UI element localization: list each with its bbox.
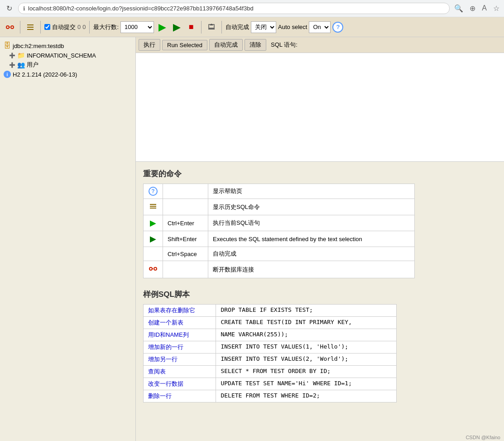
sidebar-item-users[interactable]: ➕ 👥 用户 xyxy=(2,60,134,70)
autoselect-label: Auto select xyxy=(278,24,307,30)
svg-rect-11 xyxy=(150,208,156,208)
cmd-icon-help[interactable]: ? xyxy=(144,184,163,199)
sample-link-2[interactable]: 用ID和NAME列 xyxy=(148,331,189,338)
refresh-button[interactable]: ↻ xyxy=(5,4,14,13)
security-icon: ℹ xyxy=(23,5,25,12)
sample-sql-title: 样例SQL脚本 xyxy=(143,289,497,300)
export-button[interactable] xyxy=(205,21,218,34)
cmd-icon-autocomplete xyxy=(144,247,163,261)
run-selected-button[interactable]: ▶ xyxy=(170,21,183,34)
disconnect-cmd-icon xyxy=(148,264,158,274)
bookmark-icon[interactable]: ☆ xyxy=(493,4,499,13)
main-toolbar: 自动提交 0 0 最大行数: 1000 10000 100000 ▶ ▶ ■ 自… xyxy=(0,17,504,37)
run-selected-icon: ▶ xyxy=(173,21,181,33)
run-button[interactable]: ▶ xyxy=(156,21,168,34)
cmd-icon-runsel[interactable]: ▶ xyxy=(144,231,163,247)
commands-table: ? 显示帮助页 xyxy=(143,184,415,278)
sample-link-4[interactable]: 增加另一行 xyxy=(148,356,178,363)
cmd-shortcut-autocomplete: Ctrl+Space xyxy=(163,247,208,261)
svg-rect-5 xyxy=(27,29,34,30)
sample-row-6: 改变一行数据 UPDATE TEST SET NAME='Hi' WHERE I… xyxy=(144,378,397,390)
footer-text: CSDN @Kfaino xyxy=(466,435,500,440)
autocomplete-sql-button[interactable]: 自动完成 xyxy=(209,39,243,51)
sample-link-3[interactable]: 增加新的一行 xyxy=(148,344,183,350)
run-cmd-icon: ▶ xyxy=(150,218,156,228)
sample-link-5[interactable]: 查阅表 xyxy=(148,368,166,375)
commands-section: 重要的命令 ? 显示帮助页 xyxy=(136,163,504,284)
info-icon: i xyxy=(4,71,11,78)
help-button[interactable]: ? xyxy=(332,22,343,33)
sidebar-schema-label: INFORMATION_SCHEMA xyxy=(27,52,96,59)
clear-button[interactable]: 清除 xyxy=(245,39,266,51)
autocommit-label[interactable]: 自动提交 xyxy=(44,23,76,31)
autocommit-checkbox[interactable] xyxy=(44,24,50,30)
search-icon[interactable]: 🔍 xyxy=(454,4,463,13)
cmd-icon-run[interactable]: ▶ xyxy=(144,215,163,231)
sidebar-item-schema[interactable]: ➕ 📁 INFORMATION_SCHEMA xyxy=(2,51,134,60)
sample-code-0: DROP TABLE IF EXISTS TEST; xyxy=(216,305,397,317)
svg-point-1 xyxy=(11,26,14,29)
svg-rect-4 xyxy=(27,27,34,28)
cmd-row-runsel: ▶ Shift+Enter Executes the SQL statement… xyxy=(144,231,415,247)
sample-row-3: 增加新的一行 INSERT INTO TEST VALUES(1, 'Hello… xyxy=(144,341,397,354)
svg-rect-9 xyxy=(150,204,156,205)
cmd-icon-history[interactable] xyxy=(144,199,163,215)
sample-code-5: SELECT * FROM TEST ORDER BY ID; xyxy=(216,366,397,378)
sample-code-1: CREATE TABLE TEST(ID INT PRIMARY KEY, xyxy=(216,317,397,329)
sample-link-6[interactable]: 改变一行数据 xyxy=(148,380,183,387)
cmd-desc-disconnect: 断开数据库连接 xyxy=(208,261,415,278)
cmd-row-history: 显示历史SQL命令 xyxy=(144,199,415,215)
sample-row-1: 创建一个新表 CREATE TABLE TEST(ID INT PRIMARY … xyxy=(144,317,397,329)
font-icon[interactable]: A xyxy=(482,4,487,13)
cmd-desc-run: 执行当前SQL语句 xyxy=(208,215,415,231)
history-cmd-icon xyxy=(149,202,158,211)
sample-sql-section: 样例SQL脚本 如果表存在删除它 DROP TABLE IF EXISTS TE… xyxy=(136,284,504,408)
execute-button[interactable]: 执行 xyxy=(139,39,160,51)
run-icon: ▶ xyxy=(158,21,166,33)
sep2 xyxy=(40,21,41,34)
sidebar: 🗄 jdbc:h2:mem:testdb ➕ 📁 INFORMATION_SCH… xyxy=(0,37,136,441)
cmd-shortcut-disconnect xyxy=(163,261,208,278)
cmd-row-run: ▶ Ctrl+Enter 执行当前SQL语句 xyxy=(144,215,415,231)
cmd-row-help: ? 显示帮助页 xyxy=(144,184,415,199)
help-icon: ? xyxy=(336,24,340,30)
svg-rect-3 xyxy=(27,24,34,25)
cmd-icon-disconnect[interactable] xyxy=(144,261,163,278)
sidebar-db-label: jdbc:h2:mem:testdb xyxy=(13,43,64,49)
disconnect-icon xyxy=(5,22,15,32)
svg-rect-6 xyxy=(208,29,215,29)
commands-title: 重要的命令 xyxy=(143,169,497,179)
sample-link-1[interactable]: 创建一个新表 xyxy=(148,319,183,326)
stop-button[interactable]: ■ xyxy=(185,21,197,34)
disconnect-button[interactable] xyxy=(4,21,16,34)
cmd-shortcut-history xyxy=(163,199,208,215)
db-icon: 🗄 xyxy=(4,42,11,50)
sample-sql-table: 如果表存在删除它 DROP TABLE IF EXISTS TEST; 创建一个… xyxy=(143,304,397,402)
zoom-icon[interactable]: ⊕ xyxy=(470,4,475,13)
history-button[interactable] xyxy=(24,21,37,34)
run-selected-sql-button[interactable]: Run Selected xyxy=(162,40,207,50)
sample-code-3: INSERT INTO TEST VALUES(1, 'Hello'); xyxy=(216,341,397,354)
sidebar-version-label: H2 2.1.214 (2022-06-13) xyxy=(13,71,77,78)
sql-editor[interactable] xyxy=(136,53,504,162)
sample-link-7[interactable]: 删除一行 xyxy=(148,393,172,399)
sample-row-5: 查阅表 SELECT * FROM TEST ORDER BY ID; xyxy=(144,366,397,378)
sep5 xyxy=(221,21,222,34)
sample-code-7: DELETE FROM TEST WHERE ID=2; xyxy=(216,390,397,402)
sep4 xyxy=(201,21,202,34)
sample-row-2: 用ID和NAME列 NAME VARCHAR(255)); xyxy=(144,329,397,341)
svg-rect-10 xyxy=(150,206,156,207)
sample-link-0[interactable]: 如果表存在删除它 xyxy=(148,307,195,314)
svg-point-12 xyxy=(149,267,152,270)
autoselect-select[interactable]: On Off xyxy=(309,21,331,33)
maxrows-label: 最大行数: xyxy=(93,23,119,31)
maxrows-select[interactable]: 1000 10000 100000 xyxy=(120,21,154,33)
cmd-row-disconnect: 断开数据库连接 xyxy=(144,261,415,278)
cmd-desc-autocomplete: 自动完成 xyxy=(208,247,415,261)
sample-code-6: UPDATE TEST SET NAME='Hi' WHERE ID=1; xyxy=(216,378,397,390)
help-cmd-icon: ? xyxy=(149,187,158,196)
runsel-cmd-icon: ▶ xyxy=(150,234,156,243)
sidebar-item-db[interactable]: 🗄 jdbc:h2:mem:testdb xyxy=(2,41,134,51)
sql-label: SQL 语句: xyxy=(271,41,298,49)
autocomplete-select[interactable]: 关闭 开启 xyxy=(251,21,276,33)
